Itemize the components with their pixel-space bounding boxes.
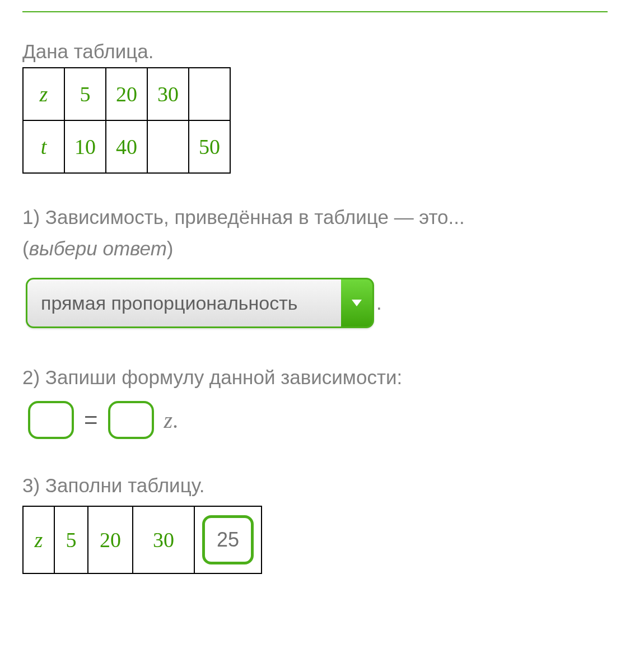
answer-1-selected: прямая пропорциональность <box>27 279 341 326</box>
table-cell <box>189 68 230 120</box>
divider-top <box>22 11 608 12</box>
formula-input-right[interactable] <box>108 401 154 439</box>
question-3-prompt: 3) Заполни таблицу. <box>22 470 608 501</box>
table-cell: 30 <box>147 68 189 120</box>
table-row: t 10 40 50 <box>23 120 230 173</box>
table-cell: 40 <box>106 120 147 173</box>
question-2-prompt: 2) Запиши формулу данной зависимости: <box>22 362 608 393</box>
table-row: z 5 20 30 25 <box>23 506 262 573</box>
table-cell: 5 <box>54 506 88 573</box>
question-1-hint: выбери ответ <box>29 237 167 259</box>
var-label: t <box>23 120 64 173</box>
table-input[interactable]: 25 <box>202 515 254 564</box>
equals-sign: = <box>84 407 98 433</box>
table-cell: 5 <box>64 68 106 120</box>
formula-input-left[interactable] <box>28 401 74 439</box>
dropdown-arrow[interactable] <box>341 279 372 326</box>
table-row: z 5 20 30 <box>23 68 230 120</box>
answer-1-trail: . <box>376 292 382 314</box>
var-label: z <box>23 506 54 573</box>
table-cell: 20 <box>88 506 133 573</box>
formula-trail: . <box>172 408 178 433</box>
intro-text: Дана таблица. <box>22 40 608 63</box>
table-cell: 50 <box>189 120 230 173</box>
chevron-down-icon <box>352 299 362 307</box>
fill-table: z 5 20 30 25 <box>22 506 262 574</box>
svg-marker-0 <box>352 300 362 306</box>
answer-1-select[interactable]: прямая пропорциональность <box>26 278 374 328</box>
table-cell: 20 <box>106 68 147 120</box>
var-label: z <box>23 68 64 120</box>
given-table: z 5 20 30 t 10 40 50 <box>22 67 231 174</box>
formula: = z. <box>28 401 608 439</box>
formula-var: z. <box>164 407 179 433</box>
answer-1-wrap: прямая пропорциональность . <box>26 278 382 328</box>
table-cell: 30 <box>133 506 194 573</box>
question-1-text: 1) Зависимость, приведённая в таблице — … <box>22 206 465 228</box>
table-input-cell: 25 <box>194 506 262 573</box>
table-cell: 10 <box>64 120 106 173</box>
question-1-prompt: 1) Зависимость, приведённая в таблице — … <box>22 202 608 264</box>
table-cell <box>147 120 189 173</box>
formula-var-letter: z <box>164 408 173 433</box>
